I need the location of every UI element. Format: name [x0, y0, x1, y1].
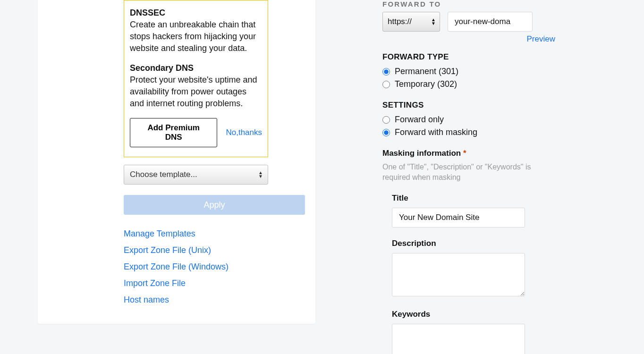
title-label: Title	[392, 194, 555, 203]
protocol-value: https://	[388, 17, 412, 26]
dnssec-block: DNSSEC Create an unbreakable chain that …	[130, 8, 262, 55]
masking-info-heading: Masking information *	[382, 149, 555, 158]
forward-domain-input[interactable]	[448, 12, 533, 32]
required-asterisk: *	[463, 149, 466, 158]
forward-with-masking-option[interactable]: Forward with masking	[382, 127, 555, 137]
temporary-302-radio[interactable]	[382, 81, 390, 88]
import-zone-link[interactable]: Import Zone File	[124, 278, 268, 288]
dnssec-description: Create an unbreakable chain that stops h…	[130, 19, 262, 55]
export-zone-unix-link[interactable]: Export Zone File (Unix)	[124, 245, 268, 255]
forward-only-label: Forward only	[395, 115, 444, 125]
permanent-301-option[interactable]: Permanent (301)	[382, 67, 555, 76]
permanent-301-label: Permanent (301)	[395, 67, 458, 76]
preview-link[interactable]: Preview	[382, 34, 555, 44]
description-textarea[interactable]	[392, 253, 525, 296]
premium-dns-promo: DNSSEC Create an unbreakable chain that …	[124, 0, 268, 157]
forward-only-radio[interactable]	[382, 116, 390, 124]
secondary-dns-description: Protect your website's uptime and availa…	[130, 74, 262, 110]
keywords-label: Keywords	[392, 310, 555, 319]
host-names-link[interactable]: Host names	[124, 295, 268, 305]
protocol-select[interactable]: https:// ▲▼	[382, 12, 440, 32]
forward-type-label: FORWARD TYPE	[382, 52, 555, 62]
dnssec-title: DNSSEC	[130, 8, 262, 18]
description-label: Description	[392, 239, 555, 248]
chevron-updown-icon: ▲▼	[431, 18, 436, 25]
add-premium-dns-button[interactable]: Add Premium DNS	[130, 118, 217, 147]
dns-settings-card: DNSSEC Create an unbreakable chain that …	[38, 0, 315, 324]
manage-templates-link[interactable]: Manage Templates	[124, 229, 268, 239]
temporary-302-option[interactable]: Temporary (302)	[382, 79, 555, 89]
permanent-301-radio[interactable]	[382, 68, 390, 76]
temporary-302-label: Temporary (302)	[395, 79, 457, 89]
forward-to-label: FORWARD TO	[382, 0, 555, 8]
secondary-dns-block: Secondary DNS Protect your website's upt…	[130, 63, 262, 110]
template-select-value: Choose template...	[130, 170, 197, 179]
settings-label: SETTINGS	[382, 101, 555, 110]
forward-only-option[interactable]: Forward only	[382, 115, 555, 125]
forward-with-masking-label: Forward with masking	[395, 127, 477, 137]
zone-link-list: Manage Templates Export Zone File (Unix)…	[124, 229, 268, 305]
masking-helper-text: One of "Title", "Description" or "Keywor…	[382, 162, 555, 183]
no-thanks-link[interactable]: No,thanks	[226, 128, 262, 137]
apply-button[interactable]: Apply	[124, 195, 305, 215]
forward-with-masking-radio[interactable]	[382, 129, 390, 136]
secondary-dns-title: Secondary DNS	[130, 63, 262, 73]
keywords-textarea[interactable]	[392, 324, 525, 354]
title-input[interactable]	[392, 208, 525, 228]
export-zone-windows-link[interactable]: Export Zone File (Windows)	[124, 262, 268, 272]
masking-info-text: Masking information	[382, 149, 461, 158]
template-select[interactable]: Choose template... ▲▼	[124, 165, 268, 185]
chevron-updown-icon: ▲▼	[258, 171, 263, 178]
forwarding-panel: FORWARD TO https:// ▲▼ Preview FORWARD T…	[382, 0, 555, 354]
